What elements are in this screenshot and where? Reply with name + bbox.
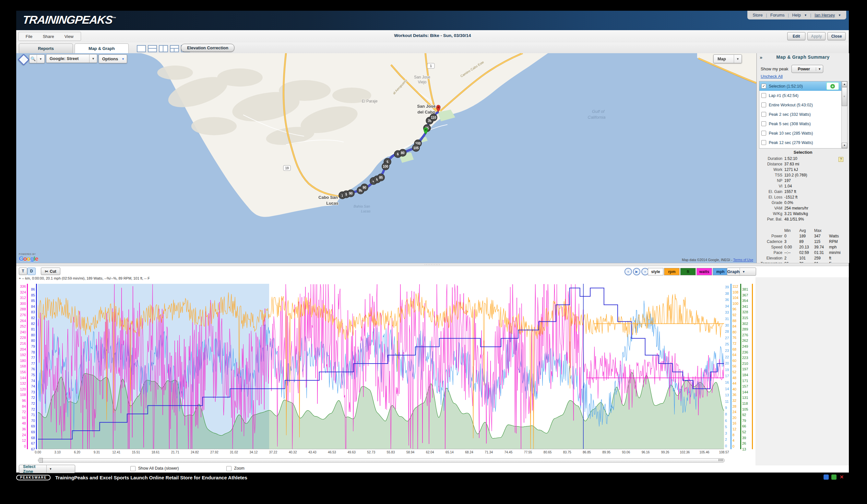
series-toggle-style[interactable]: style xyxy=(648,268,663,275)
checkbox[interactable] xyxy=(761,121,766,126)
cursor-status-line: + -- km, 0:00:00, 20.1 mph (02:59 min/mi… xyxy=(19,276,150,280)
apply-button[interactable]: Apply xyxy=(807,32,825,40)
layout-three-pane-icon[interactable] xyxy=(170,45,179,52)
peak-metric-select[interactable]: Power▼ xyxy=(791,65,823,73)
chart-area: 3363243123002882762642522402282162041921… xyxy=(16,284,849,449)
zoom-checkbox[interactable] xyxy=(226,466,232,471)
map[interactable]: 119 San JoseViejoEl ParajeSan Josédel Ca… xyxy=(16,53,757,263)
distance-axis-button[interactable]: D xyxy=(27,268,36,275)
scrollbar-thumb[interactable]: ≡ xyxy=(842,87,847,106)
taskbar-icon-blue[interactable] xyxy=(824,474,829,480)
scrollbar-right-grip[interactable] xyxy=(718,459,724,461)
tab-reports[interactable]: Reports xyxy=(19,43,73,53)
magnifier-icon: 🔍 xyxy=(30,56,36,61)
stats-row-pace: Pace--:--02:5901:31min/mi xyxy=(757,250,849,256)
chevron-down-icon[interactable]: ▼ xyxy=(816,67,823,71)
peak-list-item-0[interactable]: ✓Selection (1:52:10)+ xyxy=(759,82,847,91)
checkbox[interactable] xyxy=(761,112,766,117)
peak-list-item-4[interactable]: Peak 5 sec (308 Watts) xyxy=(759,119,847,128)
chevron-down-icon[interactable]: ▼ xyxy=(36,55,44,63)
peak-item-label: Peak 10 sec (285 Watts) xyxy=(769,131,813,136)
stats-row-speed: Speed0.0020.1339.74mph xyxy=(757,245,849,250)
watts-axis-line xyxy=(27,284,28,449)
checkbox[interactable]: ✓ xyxy=(761,84,766,88)
layout-vsplit-icon[interactable] xyxy=(159,45,168,52)
summary-sidebar: » Map & Graph Summary Show my peak Power… xyxy=(757,53,849,263)
chevron-down-icon[interactable]: ▼ xyxy=(46,465,75,473)
select-zone-dropdown[interactable]: Select Zone▼ xyxy=(19,465,75,473)
chevron-down-icon[interactable]: ▼ xyxy=(89,54,97,63)
nav-link-help[interactable]: Help xyxy=(792,13,801,18)
peak-list-item-3[interactable]: Peak 2 sec (332 Watts) xyxy=(759,110,847,119)
detail-row-np: NP197 xyxy=(757,179,849,184)
edit-button[interactable]: Edit xyxy=(787,32,805,40)
add-selection-button[interactable]: + xyxy=(826,82,839,90)
graph-type-select[interactable]: Graph▼ xyxy=(727,268,756,276)
checkbox[interactable] xyxy=(761,103,766,107)
chevron-down-icon: ▼ xyxy=(838,14,841,17)
mph-axis-line xyxy=(730,284,731,449)
peak-list-item-1[interactable]: Lap #1 (5:42:54) xyxy=(759,91,847,100)
peak-list-item-5[interactable]: Peak 10 sec (285 Watts) xyxy=(759,128,847,138)
detail-row-distance: Distance37.63 mi xyxy=(757,162,849,167)
graph-nav-icon-0[interactable]: « xyxy=(624,268,632,275)
graph-scrollbar[interactable] xyxy=(38,458,725,462)
terms-of-use-link[interactable]: Terms of Use xyxy=(733,258,753,262)
collapse-sidebar-icon[interactable]: » xyxy=(760,54,762,60)
graph-type-label: Graph xyxy=(727,269,740,274)
map-attribution: Map data ©2014 Google, INEGI - Terms of … xyxy=(682,258,753,262)
app-window: TrainingPeaks™ Store|Forums|Help▼|Ian He… xyxy=(16,11,849,473)
map-mode-button[interactable]: Map▼ xyxy=(713,54,742,63)
peak-list-item-2[interactable]: Entire Workout (5:43:02) xyxy=(759,100,847,110)
scroll-down-icon[interactable]: ▼ xyxy=(842,143,847,148)
cut-button[interactable]: ✂Cut xyxy=(41,268,60,275)
chevron-down-icon[interactable]: ▼ xyxy=(734,55,741,63)
series-toggle-rpm[interactable]: rpm xyxy=(664,268,679,275)
nav-link-store[interactable]: Store xyxy=(752,13,763,18)
layout-single-icon[interactable] xyxy=(137,45,146,52)
layout-hsplit-icon[interactable] xyxy=(148,45,157,52)
nav-link-forums[interactable]: Forums xyxy=(770,13,785,18)
show-all-data-checkbox[interactable] xyxy=(130,466,136,471)
checkbox[interactable] xyxy=(761,131,766,136)
map-options-button[interactable]: Options▼ xyxy=(98,54,127,63)
uncheck-all-link[interactable]: Uncheck All xyxy=(761,74,783,79)
time-axis-button[interactable]: T xyxy=(19,268,27,275)
checkbox[interactable] xyxy=(761,140,766,145)
tab-map-graph[interactable]: Map & Graph xyxy=(75,43,129,53)
temp-axis: 8685858483828281808079787777767574747372… xyxy=(29,284,35,449)
detail-row-pwr-bal: Pwr. Bal.48.1/51.9% xyxy=(757,217,849,223)
detail-row-el-loss: El. Loss-1512 ft xyxy=(757,195,849,201)
series-toggle-ft[interactable]: ft xyxy=(680,268,696,275)
scrollbar-left-handle[interactable] xyxy=(38,458,43,463)
x-axis-labels: 0.003.106.209.3112.4115.5118.6121.7124.8… xyxy=(38,450,724,455)
close-icon[interactable]: ✕ xyxy=(839,474,844,480)
elevation-correction-button[interactable]: Elevation Correction xyxy=(181,44,234,52)
stats-header-row: MinAvgMax xyxy=(757,228,849,234)
detail-row-w-kg: W/Kg3.21 Watts/kg xyxy=(757,212,849,217)
peak-list-item-6[interactable]: Peak 12 sec (279 Watts) xyxy=(759,138,847,147)
list-scrollbar[interactable]: ▲ ≡ ▼ xyxy=(842,82,847,148)
nav-link-ian-hersey[interactable]: Ian Hersey xyxy=(814,13,835,18)
taskbar-icon-green[interactable] xyxy=(831,474,836,480)
series-toggle-watts[interactable]: watts xyxy=(696,268,712,275)
svg-text:110: 110 xyxy=(431,116,436,119)
close-button[interactable]: Close xyxy=(827,32,846,40)
help-icon[interactable]: ? xyxy=(838,157,843,162)
chevron-down-icon[interactable]: ▼ xyxy=(740,268,756,275)
detail-row-vam: VAM254 meters/hr xyxy=(757,206,849,212)
plot-canvas[interactable] xyxy=(38,284,724,449)
graph-nav-icon-1[interactable]: ▶ xyxy=(633,268,640,275)
map-zoom-button[interactable]: 🔍▼ xyxy=(29,54,45,63)
svg-text:Lucas: Lucas xyxy=(326,201,339,206)
checkbox[interactable] xyxy=(761,93,766,98)
elevation-axis: 3813673543413283153022892762622492362232… xyxy=(742,284,750,449)
peak-item-label: Entire Workout (5:43:02) xyxy=(769,103,813,107)
svg-text:19: 19 xyxy=(285,167,289,170)
scroll-up-icon[interactable]: ▲ xyxy=(842,82,847,87)
map-provider-select[interactable]: Google: Street▼ xyxy=(46,54,97,63)
svg-text:100: 100 xyxy=(383,165,388,168)
series-toggle-mph[interactable]: mph xyxy=(713,268,728,275)
detail-row-vi: VI1.04 xyxy=(757,184,849,190)
main-panel: 119 San JoseViejoEl ParajeSan Josédel Ca… xyxy=(16,53,849,263)
